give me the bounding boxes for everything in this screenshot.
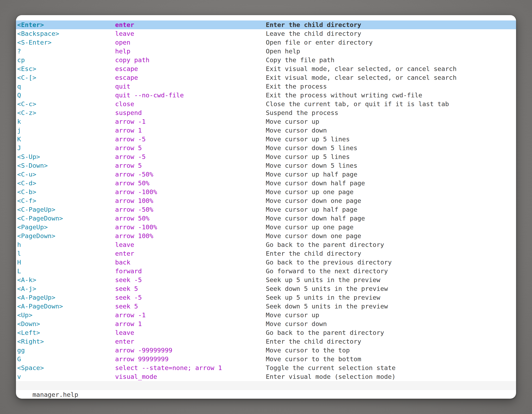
command-cell: arrow -99999999 bbox=[115, 346, 172, 355]
keybind-row[interactable]: <Left> leave Go back to the parent direc… bbox=[16, 328, 516, 337]
keybind-row[interactable]: <A-PageUp> seek -5 Seek up 5 units in th… bbox=[16, 293, 516, 302]
command-cell: enter bbox=[115, 249, 134, 258]
key-cell: <PageDown> bbox=[17, 231, 55, 240]
keybind-row[interactable]: <Up> arrow -1 Move cursor up bbox=[16, 311, 516, 319]
keybind-row[interactable]: v visual_mode Enter visual mode (selecti… bbox=[16, 372, 516, 381]
key-cell: G bbox=[17, 355, 21, 364]
command-cell: leave bbox=[115, 240, 134, 249]
command-cell: arrow 5 bbox=[115, 161, 142, 170]
key-cell: <Down> bbox=[17, 319, 40, 328]
keybind-row[interactable]: <Backspace> leave Leave the child direct… bbox=[16, 29, 516, 38]
key-cell: <Backspace> bbox=[17, 29, 59, 38]
keybind-row[interactable]: <C-u> arrow -50% Move cursor up half pag… bbox=[16, 170, 516, 179]
description-cell: Close the current tab, or quit if it is … bbox=[266, 100, 449, 108]
keybind-row[interactable]: <S-Up> arrow -5 Move cursor up 5 lines bbox=[16, 152, 516, 161]
description-cell: Move cursor up half page bbox=[266, 170, 357, 179]
key-cell: q bbox=[17, 82, 21, 91]
command-cell: leave bbox=[115, 328, 134, 337]
keybind-row[interactable]: L forward Go forward to the next directo… bbox=[16, 267, 516, 276]
key-cell: <S-Enter> bbox=[17, 38, 52, 47]
keybind-row[interactable]: <S-Down> arrow 5 Move cursor down 5 line… bbox=[16, 161, 516, 170]
command-cell: copy path bbox=[115, 56, 150, 64]
key-cell: <C-PageDown> bbox=[17, 214, 63, 223]
command-cell: arrow 5 bbox=[115, 144, 142, 152]
keybind-row[interactable]: <C-z> suspend Suspend the process bbox=[16, 108, 516, 117]
keybind-row[interactable]: <C-d> arrow 50% Move cursor down half pa… bbox=[16, 179, 516, 188]
description-cell: Move cursor up one page bbox=[266, 223, 353, 231]
description-cell: Exit the process without writing cwd-fil… bbox=[266, 91, 422, 100]
description-cell: Copy the file path bbox=[266, 56, 334, 64]
keybind-row[interactable]: <C-PageDown> arrow 50% Move cursor down … bbox=[16, 214, 516, 223]
keybind-row[interactable]: q quit Exit the process bbox=[16, 82, 516, 91]
description-cell: Go back to the parent directory bbox=[266, 240, 384, 249]
key-cell: v bbox=[17, 372, 21, 381]
keybind-row[interactable]: <Space> select --state=none; arrow 1 Tog… bbox=[16, 364, 516, 372]
keybind-row[interactable]: <A-k> seek -5 Seek up 5 units in the pre… bbox=[16, 276, 516, 284]
description-cell: Move cursor down half page bbox=[266, 179, 365, 188]
keybind-row[interactable]: l enter Enter the child directory bbox=[16, 249, 516, 258]
desktop: { "colors": { "desktop_bg": "#7b7977", "… bbox=[0, 0, 532, 414]
keybind-row[interactable]: ? help Open help bbox=[16, 47, 516, 56]
keybind-row[interactable]: <A-PageDown> seek 5 Seek down 5 units in… bbox=[16, 302, 516, 311]
keybind-row[interactable]: k arrow -1 Move cursor up bbox=[16, 117, 516, 126]
command-cell: quit bbox=[115, 82, 131, 91]
keybind-row[interactable]: <A-j> seek 5 Seek down 5 units in the pr… bbox=[16, 284, 516, 293]
command-cell: arrow -5 bbox=[115, 152, 146, 161]
command-cell: arrow -50% bbox=[115, 170, 153, 179]
description-cell: Move cursor up half page bbox=[266, 205, 357, 214]
keybind-row[interactable]: cp copy path Copy the file path bbox=[16, 56, 516, 64]
description-cell: Move cursor to the bottom bbox=[266, 355, 361, 364]
command-cell: quit --no-cwd-file bbox=[115, 91, 184, 100]
key-cell: <C-d> bbox=[17, 179, 36, 188]
keybind-row[interactable]: gg arrow -99999999 Move cursor to the to… bbox=[16, 346, 516, 355]
key-cell: <C-f> bbox=[17, 196, 36, 205]
key-cell: J bbox=[17, 144, 21, 152]
keybind-row[interactable]: <Right> enter Enter the child directory bbox=[16, 337, 516, 346]
description-cell: Move cursor down one page bbox=[266, 231, 361, 240]
keybind-row[interactable]: J arrow 5 Move cursor down 5 lines bbox=[16, 144, 516, 152]
keybind-row[interactable]: <C-b> arrow -100% Move cursor up one pag… bbox=[16, 188, 516, 196]
keybind-row[interactable]: G arrow 99999999 Move cursor to the bott… bbox=[16, 355, 516, 364]
key-cell: <C-b> bbox=[17, 188, 36, 196]
key-cell: ? bbox=[17, 47, 21, 56]
description-cell: Move cursor up bbox=[266, 311, 319, 319]
command-cell: arrow -1 bbox=[115, 311, 146, 319]
description-cell: Go back to the previous directory bbox=[266, 258, 392, 267]
description-cell: Move cursor down bbox=[266, 126, 327, 135]
key-cell: <C-z> bbox=[17, 108, 36, 117]
command-cell: arrow -1 bbox=[115, 117, 146, 126]
keybind-row[interactable]: K arrow -5 Move cursor up 5 lines bbox=[16, 135, 516, 144]
keybind-row[interactable]: j arrow 1 Move cursor down bbox=[16, 126, 516, 135]
keybind-row[interactable]: h leave Go back to the parent directory bbox=[16, 240, 516, 249]
key-cell: <C-u> bbox=[17, 170, 36, 179]
keybind-row[interactable]: <Enter> enter Enter the child directory bbox=[16, 20, 516, 29]
keybind-row[interactable]: <PageUp> arrow -100% Move cursor up one … bbox=[16, 223, 516, 231]
key-cell: <A-PageUp> bbox=[17, 293, 55, 302]
key-cell: <S-Up> bbox=[17, 152, 40, 161]
command-cell: arrow 50% bbox=[115, 214, 150, 223]
description-cell: Seek down 5 units in the preview bbox=[266, 302, 388, 311]
keybind-row[interactable]: <S-Enter> open Open file or enter direct… bbox=[16, 38, 516, 47]
key-cell: <A-k> bbox=[17, 276, 36, 284]
keybind-row[interactable]: <PageDown> arrow 100% Move cursor down o… bbox=[16, 231, 516, 240]
key-cell: cp bbox=[17, 56, 25, 64]
keybind-row[interactable]: <C-PageUp> arrow -50% Move cursor up hal… bbox=[16, 205, 516, 214]
command-cell: enter bbox=[115, 20, 134, 29]
command-cell: forward bbox=[115, 267, 142, 276]
key-cell: gg bbox=[17, 346, 25, 355]
description-cell: Exit the process bbox=[266, 82, 327, 91]
keybind-row[interactable]: <C-c> close Close the current tab, or qu… bbox=[16, 100, 516, 108]
description-cell: Move cursor down 5 lines bbox=[266, 161, 357, 170]
description-cell: Move cursor down one page bbox=[266, 196, 361, 205]
keybind-row[interactable]: Q quit --no-cwd-file Exit the process wi… bbox=[16, 91, 516, 100]
description-cell: Enter the child directory bbox=[266, 20, 361, 29]
command-cell: back bbox=[115, 258, 131, 267]
keybind-row[interactable]: <C-[> escape Exit visual mode, clear sel… bbox=[16, 73, 516, 82]
keybind-row[interactable]: H back Go back to the previous directory bbox=[16, 258, 516, 267]
description-cell: Go forward to the next directory bbox=[266, 267, 388, 276]
keybind-row[interactable]: <Down> arrow 1 Move cursor down bbox=[16, 319, 516, 328]
key-cell: <Esc> bbox=[17, 64, 36, 73]
description-cell: Seek up 5 units in the preview bbox=[266, 276, 380, 284]
keybind-row[interactable]: <Esc> escape Exit visual mode, clear sel… bbox=[16, 64, 516, 73]
keybind-row[interactable]: <C-f> arrow 100% Move cursor down one pa… bbox=[16, 196, 516, 205]
